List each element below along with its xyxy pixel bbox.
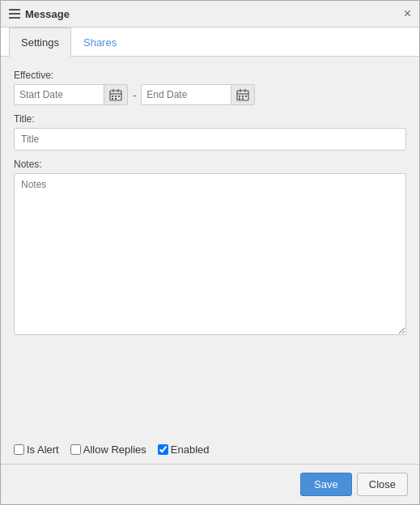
svg-rect-7	[112, 98, 113, 100]
start-date-input[interactable]	[15, 85, 104, 104]
enabled-checkbox-label[interactable]: Enabled	[158, 443, 210, 456]
is-alert-checkbox-label[interactable]: Is Alert	[14, 443, 59, 456]
dialog-title: Message	[9, 8, 70, 20]
dialog-footer: Save Close	[1, 464, 419, 504]
svg-rect-6	[118, 95, 120, 97]
checkboxes-row: Is Alert Allow Replies Enabled	[14, 443, 406, 456]
title-label: Title:	[14, 113, 406, 125]
svg-rect-8	[115, 98, 117, 100]
tab-settings[interactable]: Settings	[9, 28, 71, 57]
tabs-container: Settings Shares	[1, 28, 419, 57]
title-input[interactable]	[14, 128, 406, 151]
svg-rect-15	[245, 95, 247, 97]
is-alert-label: Is Alert	[27, 443, 59, 456]
end-date-calendar-button[interactable]	[231, 85, 254, 104]
svg-rect-14	[242, 95, 244, 97]
notes-field-group: Notes:	[14, 159, 406, 432]
enabled-label: Enabled	[171, 443, 210, 456]
calendar-icon	[109, 88, 122, 101]
titlebar: Message ×	[1, 1, 419, 28]
is-alert-checkbox[interactable]	[14, 444, 24, 455]
allow-replies-checkbox-label[interactable]: Allow Replies	[70, 443, 146, 456]
dialog-body: Effective:	[1, 57, 419, 464]
notes-textarea[interactable]	[14, 173, 406, 335]
calendar-icon	[236, 88, 249, 101]
end-date-wrap	[141, 84, 255, 105]
close-button[interactable]: Close	[357, 473, 408, 496]
start-date-calendar-button[interactable]	[104, 85, 127, 104]
svg-rect-16	[239, 98, 240, 100]
allow-replies-label: Allow Replies	[83, 443, 146, 456]
end-date-input[interactable]	[142, 85, 231, 104]
dialog-close-button[interactable]: ×	[404, 7, 411, 20]
title-text: Message	[25, 8, 70, 20]
enabled-checkbox[interactable]	[158, 444, 168, 455]
date-row: -	[14, 84, 406, 105]
svg-rect-17	[242, 98, 244, 100]
notes-label: Notes:	[14, 159, 406, 170]
allow-replies-checkbox[interactable]	[70, 444, 81, 455]
effective-field-group: Effective:	[14, 70, 406, 105]
tab-shares[interactable]: Shares	[71, 28, 129, 57]
save-button[interactable]: Save	[300, 473, 352, 496]
date-dash: -	[133, 89, 136, 101]
dialog: Message × Settings Shares Effective:	[0, 0, 420, 505]
svg-rect-4	[112, 95, 113, 97]
title-field-group: Title:	[14, 113, 406, 151]
start-date-wrap	[14, 84, 128, 105]
effective-label: Effective:	[14, 70, 406, 81]
svg-rect-5	[115, 95, 117, 97]
hamburger-icon	[9, 9, 20, 19]
svg-rect-13	[239, 95, 240, 97]
